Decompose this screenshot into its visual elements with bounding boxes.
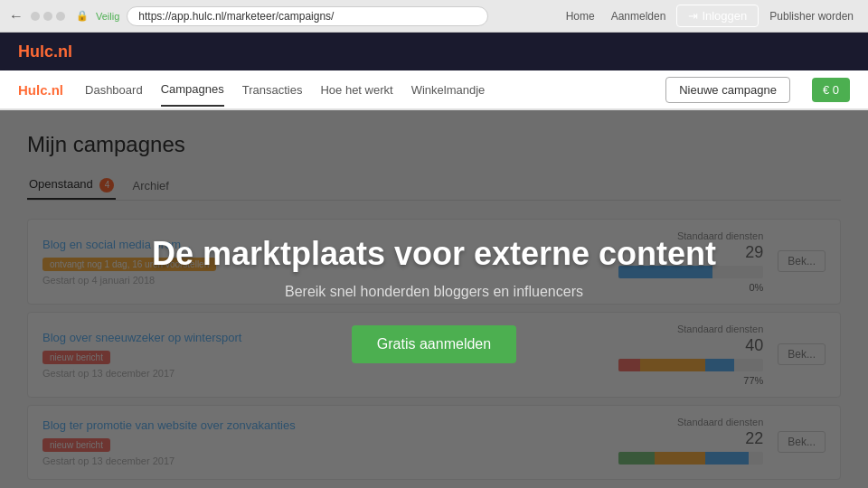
lock-label: Veilig	[96, 11, 119, 22]
overlay: De marktplaats voor externe content Bere…	[0, 110, 868, 488]
lock-icon: 🔒	[76, 10, 89, 22]
nav-campagnes[interactable]: Campagnes	[161, 73, 224, 107]
login-icon: ⇥	[688, 9, 698, 23]
logo-secondary: Hulc.nl	[18, 82, 63, 98]
home-nav-btn[interactable]: Home	[561, 5, 600, 27]
gratis-aanmelden-button[interactable]: Gratis aanmelden	[352, 325, 516, 363]
aanmelden-nav-btn[interactable]: Aanmelden	[606, 5, 672, 27]
page-wrapper: Mijn campagnes Openstaand 4 Archief Blog…	[0, 110, 868, 488]
back-button[interactable]: ←	[9, 8, 24, 24]
secondary-nav-items: Dashboard Campagnes Transacties Hoe het …	[85, 73, 485, 107]
overlay-subtitle: Bereik snel honderden bloggers en influe…	[285, 284, 583, 300]
cart-button[interactable]: € 0	[812, 78, 850, 102]
url-bar[interactable]: https://app.hulc.nl/marketeer/campaigns/	[127, 6, 488, 26]
secondary-navbar: Hulc.nl Dashboard Campagnes Transacties …	[0, 70, 868, 110]
browser-dots	[31, 12, 65, 21]
nav-winkelmandje[interactable]: Winkelmandje	[411, 74, 486, 106]
nav-dashboard[interactable]: Dashboard	[85, 74, 143, 106]
nav-transacties[interactable]: Transacties	[242, 74, 303, 106]
top-navbar: Hulc.nl	[0, 33, 868, 70]
publisher-btn[interactable]: Publisher worden	[764, 5, 859, 27]
browser-nav-buttons: Home Aanmelden ⇥ Inloggen Publisher word…	[561, 5, 859, 27]
browser-chrome: ← 🔒 Veilig https://app.hulc.nl/marketeer…	[0, 0, 868, 33]
logo: Hulc.nl	[18, 42, 72, 61]
inloggen-button[interactable]: ⇥ Inloggen	[676, 5, 759, 27]
nav-hoe-het-werkt[interactable]: Hoe het werkt	[320, 74, 392, 106]
new-campaign-button[interactable]: Nieuwe campagne	[665, 77, 790, 103]
overlay-title: De marktplaats voor externe content	[152, 235, 716, 273]
